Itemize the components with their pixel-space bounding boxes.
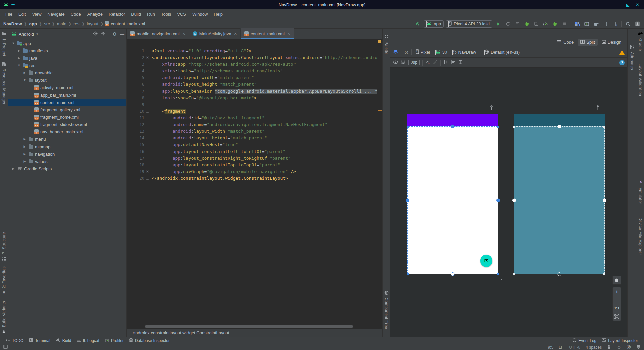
stripe-emulator[interactable]: Emulator — [638, 177, 643, 207]
maximize-button[interactable]: ◣ — [626, 2, 630, 7]
chevron-expanded-icon[interactable]: ▼ — [17, 64, 21, 67]
warning-icon[interactable] — [619, 50, 625, 55]
apply-changes-icon[interactable] — [513, 20, 521, 28]
tree-item-menu[interactable]: ▶menu — [8, 135, 126, 143]
close-button[interactable]: ✕ — [636, 2, 639, 7]
chevron-expanded-icon[interactable]: ▼ — [11, 42, 15, 45]
tree-item-activity-main-xml[interactable]: <>activity_main.xml — [8, 84, 126, 91]
device-manager-icon[interactable] — [573, 20, 581, 28]
tab-component-tree[interactable]: Component Tree — [384, 288, 389, 332]
guidelines-icon[interactable] — [458, 60, 462, 65]
line-separator[interactable]: LF — [559, 345, 564, 350]
stripe-7-structure[interactable]: 7: Structure — [2, 229, 6, 264]
chevron-expanded-icon[interactable]: ▼ — [23, 78, 27, 82]
run-play-icon[interactable] — [494, 20, 502, 28]
chevron-collapsed-icon[interactable]: ▶ — [23, 71, 27, 74]
chevron-collapsed-icon[interactable]: ▶ — [23, 145, 27, 148]
stripe-layout-validation[interactable]: Layout Validation — [638, 54, 643, 99]
menu-file[interactable]: File — [3, 11, 15, 18]
chevron-collapsed-icon[interactable]: ▶ — [23, 152, 27, 156]
stripe-1-project[interactable]: 1: Project — [2, 29, 6, 59]
breadcrumb-item[interactable]: src — [43, 21, 50, 26]
close-tab-icon[interactable]: ✕ — [287, 32, 290, 36]
close-tab-icon[interactable]: ✕ — [182, 32, 185, 36]
pan-hand-button[interactable] — [613, 276, 621, 284]
toolwindow-event-log[interactable]: Event Log — [570, 338, 599, 343]
device-select[interactable]: Pixel 4 API 29 kski▼ — [446, 20, 492, 28]
virtual-device-icon[interactable] — [611, 20, 619, 28]
tree-item-layout[interactable]: ▼layout — [8, 76, 126, 84]
avatar-icon[interactable] — [633, 20, 641, 28]
settings-gear-icon[interactable]: ⚙ — [112, 31, 117, 37]
mode-design[interactable]: Design — [599, 39, 624, 46]
design-surface-icon[interactable] — [393, 49, 398, 55]
editor-tab-mainactivity-java[interactable]: CMainActivity.java✕ — [189, 28, 241, 39]
mode-code[interactable]: Code — [554, 39, 576, 46]
resize-handle[interactable] — [498, 276, 503, 282]
tree-item-values[interactable]: ▶values — [8, 158, 126, 165]
collapse-all-icon[interactable] — [101, 31, 105, 37]
stripe-gradle[interactable]: Gradle — [638, 29, 643, 54]
menu-edit[interactable]: Edit — [16, 11, 29, 18]
zoom-100-button[interactable]: 1:1 — [613, 304, 621, 312]
tree-item-content-main-xml[interactable]: <>content_main.xml — [8, 99, 126, 106]
default-margins-select[interactable]: 0dp — [408, 60, 420, 65]
run-config-select[interactable]: app▼ — [424, 20, 444, 28]
breadcrumb-item[interactable]: NavDraw — [3, 21, 23, 26]
project-view-select[interactable]: Android▼ — [11, 32, 39, 37]
night-mode-icon[interactable]: ⊘ — [404, 49, 409, 55]
chevron-collapsed-icon[interactable]: ▶ — [17, 56, 21, 60]
menu-build[interactable]: Build — [128, 11, 144, 18]
design-preview[interactable]: ✉ — [407, 114, 498, 274]
device-for-preview-select[interactable]: Pixel▼ — [414, 49, 431, 56]
profiler-gauge-icon[interactable] — [541, 20, 549, 28]
build-hammer-icon[interactable] — [414, 20, 422, 28]
minimize-button[interactable]: — — [616, 2, 620, 7]
tab-palette[interactable]: Palette — [384, 32, 389, 57]
breadcrumb-item[interactable]: app — [29, 21, 38, 26]
menu-run[interactable]: Run — [144, 11, 158, 18]
api-version-select[interactable]: 30▼ — [434, 49, 448, 55]
help-icon[interactable]: ? — [619, 60, 625, 65]
menu-window[interactable]: Window — [190, 11, 210, 18]
locale-select[interactable]: Default (en-us)▼ — [483, 49, 521, 56]
fab-email-button[interactable]: ✉ — [480, 255, 492, 267]
breadcrumb-item[interactable]: layout — [86, 21, 99, 26]
tree-item-nav-header-main-xml[interactable]: <>nav_header_main.xml — [8, 128, 126, 135]
menu-help[interactable]: Help — [211, 11, 225, 18]
infer-constraints-icon[interactable] — [433, 60, 438, 65]
indent-setting[interactable]: 4 spaces — [586, 345, 602, 350]
wrench-icon[interactable] — [596, 105, 600, 111]
stripe-device-file-explorer[interactable]: Device File Explorer — [638, 207, 643, 258]
file-encoding[interactable]: UTF-8 — [569, 345, 580, 350]
mode-split[interactable]: Split — [578, 39, 597, 46]
inspection-status-marker[interactable] — [378, 40, 381, 43]
wrench-icon[interactable] — [490, 105, 493, 111]
tree-item-manifests[interactable]: ▶manifests — [8, 47, 126, 54]
chevron-collapsed-icon[interactable]: ▶ — [11, 167, 15, 170]
caret-position[interactable]: 9:5 — [548, 345, 553, 350]
chevron-collapsed-icon[interactable]: ▶ — [23, 137, 27, 141]
stripe-2-favorites[interactable]: ★2: Favorites — [2, 264, 6, 298]
tree-item-gradle-scripts[interactable]: ▶Gradle Scripts — [8, 165, 126, 172]
menu-vcs[interactable]: VCS — [174, 11, 189, 18]
menu-navigate[interactable]: Navigate — [45, 11, 67, 18]
editor-tab-mobile-navigation-xml[interactable]: <>mobile_navigation.xml✕ — [127, 28, 189, 39]
breadcrumb-item[interactable]: main — [56, 21, 67, 26]
attach-debugger-icon[interactable] — [532, 20, 540, 28]
sad-face-icon[interactable]: ☹ — [626, 345, 631, 350]
autoconnect-magnet-icon[interactable] — [401, 60, 406, 65]
tree-item-fragment-home-xml[interactable]: <>fragment_home.xml — [8, 113, 126, 121]
horizontal-scrollbar[interactable] — [127, 324, 382, 329]
tree-item-mipmap[interactable]: ▶mipmap — [8, 143, 126, 150]
editor-breadcrumb[interactable]: androidx.constraintlayout.widget.Constra… — [127, 329, 382, 337]
toolwindow-database-inspector[interactable]: Database Inspector — [126, 338, 172, 343]
editor-tab-content-main-xml[interactable]: <>content_main.xml✕ — [241, 28, 294, 39]
toolwindow-6-logcat[interactable]: 6: Logcat — [74, 338, 102, 343]
profile-app-icon[interactable] — [504, 20, 512, 28]
debug-bug-icon[interactable] — [523, 20, 531, 28]
fragment-preview[interactable] — [407, 126, 498, 274]
fragment-blueprint[interactable] — [514, 126, 605, 274]
warning-marker[interactable] — [378, 110, 382, 111]
zoom-fit-button[interactable] — [613, 312, 621, 321]
